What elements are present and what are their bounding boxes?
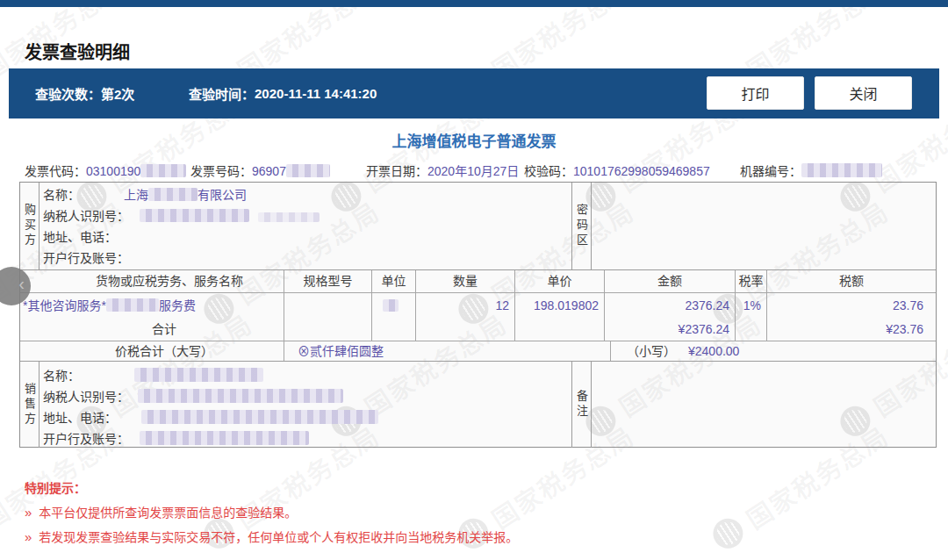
amount-in-words-label: 价税合计（大写）	[20, 341, 284, 361]
redacted-invoice-code	[140, 164, 186, 177]
item-taxrate: 1%	[736, 293, 767, 319]
print-button[interactable]: 打印	[707, 76, 804, 110]
seller-address-row: 地址、电话：	[43, 407, 558, 428]
chevron-left-icon: ‹	[18, 274, 25, 294]
redacted-invoice-number	[286, 164, 330, 177]
invoice-checksum: 校验码：10101762998059469857	[524, 162, 710, 179]
amount-in-words-value: ⊗贰仟肆佰圆整	[284, 341, 611, 361]
col-header-unit: 单位	[372, 270, 416, 293]
redacted-machine-number	[801, 163, 882, 177]
col-header-name: 货物或应税劳务、服务名称	[20, 270, 284, 293]
col-header-tax: 税额	[767, 270, 936, 293]
col-header-qty: 数量	[416, 270, 515, 293]
total-spec-cell	[284, 319, 372, 341]
col-header-spec: 规格型号	[284, 270, 372, 293]
total-label: 合计	[20, 319, 284, 341]
col-header-price: 单价	[515, 270, 605, 293]
invoice-info-row: 发票代码：03100190 发票号码：96907 开票日期：2020年10月27…	[25, 162, 937, 177]
notice-item-2: »若发现发票查验结果与实际交易不符，任何单位或个人有权拒收并向当地税务机关举报。	[25, 528, 518, 545]
invoice-table: 购买方 名称： 上海有限公司 纳税人识别号： 地址、电话： 开户行及	[19, 182, 937, 448]
buyer-taxid-row: 纳税人识别号：	[43, 205, 558, 226]
col-header-taxrate: 税率	[736, 270, 767, 293]
password-area	[592, 183, 936, 269]
buyer-bank-row: 开户行及账号：	[43, 248, 558, 269]
bullet-icon: »	[25, 505, 32, 520]
page-title: 发票查验明细	[25, 39, 130, 64]
redacted-seller-address	[141, 410, 378, 424]
buyer-address-row: 地址、电话：	[43, 226, 558, 248]
remark-area	[592, 362, 936, 448]
redacted-buyer-taxid-2	[258, 212, 320, 222]
seller-section: 销售方 名称： 纳税人识别号： 地址、电话： 开户行及账号：	[20, 362, 936, 448]
bullet-icon: »	[25, 529, 32, 544]
top-bar	[0, 0, 948, 7]
close-button[interactable]: 关闭	[815, 76, 912, 110]
total-amount: ¥2376.24	[605, 319, 736, 341]
amount-in-figures: （小写） ¥2400.00	[611, 341, 936, 361]
seller-name-row: 名称：	[43, 365, 558, 386]
count-label: 查验次数：	[35, 84, 101, 103]
verification-time: 查验时间： 2020-11-11 14:41:20	[189, 68, 377, 118]
buyer-name-value: 上海有限公司	[124, 188, 247, 202]
redacted-buyer-taxid	[140, 209, 249, 222]
count-value: 第2次	[101, 84, 134, 103]
item-amount: 2376.24	[605, 293, 736, 319]
total-unit-cell	[372, 319, 416, 341]
item-price: 198.019802	[515, 293, 605, 319]
item-name: *其他咨询服务*服务费	[20, 293, 284, 319]
total-price-cell	[515, 319, 605, 341]
total-taxrate-cell	[736, 319, 767, 341]
seller-taxid-row: 纳税人识别号：	[43, 386, 558, 407]
redacted-seller-name	[134, 368, 263, 382]
redacted-item-name	[106, 298, 159, 312]
total-qty-cell	[416, 319, 515, 341]
item-qty: 12	[416, 293, 515, 319]
item-spec	[284, 293, 372, 319]
summary-row: 价税合计（大写） ⊗贰仟肆佰圆整 （小写） ¥2400.00	[20, 341, 936, 362]
redacted-item-unit	[383, 299, 399, 312]
invoice-code: 发票代码：03100190	[25, 162, 186, 179]
password-area-label: 密码区	[571, 183, 592, 269]
time-value: 2020-11-11 14:41:20	[255, 86, 377, 101]
redacted-buyer-name	[148, 188, 198, 201]
seller-side-label: 销售方	[20, 362, 40, 448]
redacted-seller-bank	[140, 431, 309, 445]
item-tax: 23.76	[767, 293, 936, 319]
verification-count: 查验次数： 第2次	[35, 68, 134, 118]
buyer-name-row: 名称： 上海有限公司	[43, 184, 558, 205]
buyer-section: 购买方 名称： 上海有限公司 纳税人识别号： 地址、电话： 开户行及	[20, 183, 936, 270]
notice-title: 特别提示：	[25, 478, 86, 496]
buyer-side-label: 购买方	[20, 183, 40, 269]
col-header-amount: 金额	[605, 270, 736, 293]
remark-label: 备注	[571, 362, 592, 448]
notice-item-1: »本平台仅提供所查询发票票面信息的查验结果。	[25, 503, 297, 521]
machine-number: 机器编号：	[740, 162, 882, 179]
invoice-number: 发票号码：96907	[190, 162, 330, 179]
seller-bank-row: 开户行及账号：	[43, 428, 558, 449]
time-label: 查验时间：	[189, 84, 255, 103]
item-unit	[372, 293, 416, 319]
redacted-seller-taxid	[138, 389, 343, 403]
invoice-date: 开票日期：2020年10月27日	[366, 162, 519, 179]
goods-table: 货物或应税劳务、服务名称 规格型号 单位 数量 单价 金额 税率 税额 *其他咨…	[20, 270, 936, 341]
total-tax: ¥23.76	[767, 319, 936, 341]
invoice-title: 上海增值税电子普通发票	[9, 129, 939, 151]
verification-toolbar: 查验次数： 第2次 查验时间： 2020-11-11 14:41:20 打印 关…	[9, 68, 939, 118]
